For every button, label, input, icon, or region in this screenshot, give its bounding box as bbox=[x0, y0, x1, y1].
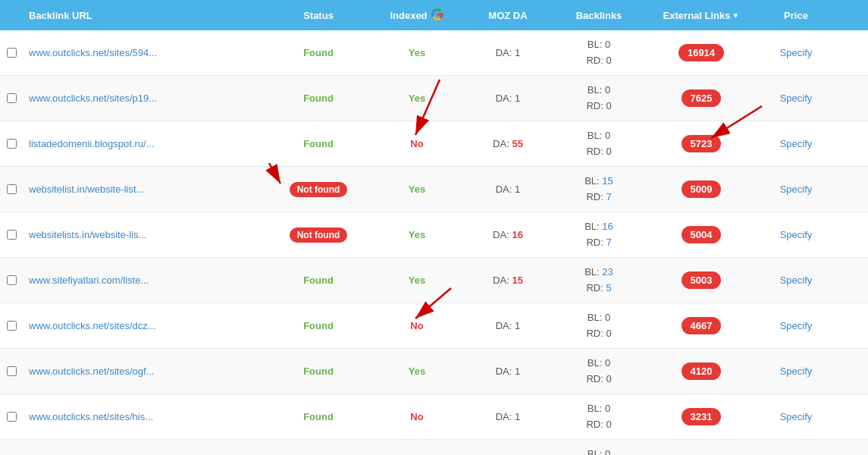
row-checkbox[interactable] bbox=[0, 139, 23, 149]
bl-rd-values: BL: 0RD: 0 bbox=[586, 356, 611, 388]
external-badge: 16914 bbox=[678, 44, 724, 61]
table-row: websitelists.in/website-lis...Not foundY… bbox=[0, 212, 868, 258]
row-indexed: No bbox=[371, 138, 462, 149]
row-moz-da: DA: 1 bbox=[462, 93, 553, 104]
rd-link[interactable]: 7 bbox=[606, 191, 611, 202]
row-status: Found bbox=[265, 47, 371, 58]
status-badge: Found bbox=[303, 366, 334, 377]
row-checkbox[interactable] bbox=[0, 48, 23, 58]
table-row: www.outclicks.net/sites/dcz...FoundNoDA:… bbox=[0, 303, 868, 349]
specify-link[interactable]: Specify bbox=[780, 47, 813, 58]
row-indexed: Yes bbox=[371, 93, 462, 104]
indexed-value: Yes bbox=[409, 366, 425, 377]
header-backlinks: Backlinks bbox=[553, 10, 644, 21]
rd-link[interactable]: 7 bbox=[606, 237, 611, 248]
row-external: 16914 bbox=[644, 44, 758, 61]
url-link[interactable]: listadedomenii.blogspot.ru/... bbox=[29, 138, 154, 149]
url-link[interactable]: www.outclicks.net/sites/ogf... bbox=[29, 366, 154, 377]
status-badge: Found bbox=[303, 320, 334, 331]
bl-link[interactable]: 15 bbox=[602, 175, 613, 187]
row-checkbox[interactable] bbox=[0, 412, 23, 422]
da-value: DA: 1 bbox=[496, 320, 521, 331]
row-external: 5723 bbox=[644, 135, 758, 152]
status-badge: Found bbox=[303, 411, 334, 422]
row-backlinks: BL: 0RD: 0 bbox=[553, 83, 644, 115]
table-row: listadedomenii.blogspot.ru/...FoundNoDA:… bbox=[0, 121, 868, 167]
row-checkbox[interactable] bbox=[0, 93, 23, 103]
row-status: Found bbox=[265, 275, 371, 286]
row-moz-da: DA: 1 bbox=[462, 320, 553, 331]
row-moz-da: DA: 1 bbox=[462, 184, 553, 195]
specify-link[interactable]: Specify bbox=[780, 411, 813, 422]
da-value: DA: 55 bbox=[493, 138, 523, 149]
bl-rd-values: BL: 0RD: 0 bbox=[586, 310, 611, 342]
row-url: websitelist.in/website-list... bbox=[23, 184, 265, 195]
specify-link[interactable]: Specify bbox=[780, 366, 813, 377]
row-price: Specify bbox=[758, 411, 834, 422]
row-url: www.outclicks.net/sites/p19... bbox=[23, 93, 265, 104]
url-link[interactable]: www.outclicks.net/sites/p19... bbox=[29, 93, 157, 104]
url-link[interactable]: www.outclicks.net/sites/his... bbox=[29, 411, 153, 422]
header-moz: MOZ DA bbox=[462, 10, 553, 21]
row-backlinks: BL: 0RD: 0 bbox=[553, 401, 644, 433]
url-link[interactable]: websitelists.in/website-lis... bbox=[29, 229, 146, 240]
specify-link[interactable]: Specify bbox=[780, 184, 813, 195]
row-backlinks: BL: 0RD: 0 bbox=[553, 356, 644, 388]
row-price: Specify bbox=[758, 275, 834, 286]
specify-link[interactable]: Specify bbox=[780, 320, 813, 331]
status-badge: Found bbox=[303, 275, 334, 286]
row-price: Specify bbox=[758, 366, 834, 377]
url-link[interactable]: www.outclicks.net/sites/dcz... bbox=[29, 320, 156, 331]
row-external: 3231 bbox=[644, 408, 758, 425]
header-external: External Links ▼ bbox=[644, 10, 758, 21]
da-value: DA: 1 bbox=[496, 184, 521, 195]
row-external: 4120 bbox=[644, 362, 758, 380]
row-checkbox[interactable] bbox=[0, 275, 23, 285]
bl-rd-values: BL: 0RD: 0 bbox=[586, 37, 611, 69]
row-moz-da: DA: 1 bbox=[462, 366, 553, 377]
table-row: BL: 0RD: 0 bbox=[0, 440, 868, 455]
specify-link[interactable]: Specify bbox=[780, 138, 813, 149]
bl-rd-values: BL: 0RD: 0 bbox=[586, 401, 611, 433]
header-url: Backlink URL bbox=[23, 10, 265, 21]
row-moz-da: DA: 16 bbox=[462, 229, 553, 240]
specify-link[interactable]: Specify bbox=[780, 229, 813, 240]
url-link[interactable]: www.sitefiyatlari.com/liste... bbox=[29, 275, 149, 286]
row-backlinks: BL: 0RD: 0 bbox=[553, 310, 644, 342]
external-badge: 4667 bbox=[682, 317, 722, 334]
row-price: Specify bbox=[758, 184, 834, 195]
row-indexed: Yes bbox=[371, 275, 462, 286]
bl-link[interactable]: 16 bbox=[602, 221, 613, 232]
row-backlinks: BL: 16RD: 7 bbox=[553, 219, 644, 251]
indexed-value: Yes bbox=[409, 229, 425, 240]
row-checkbox[interactable] bbox=[0, 230, 23, 240]
row-url: www.outclicks.net/sites/594... bbox=[23, 47, 265, 58]
row-external: 5004 bbox=[644, 226, 758, 243]
row-backlinks: BL: 0RD: 0 bbox=[553, 37, 644, 69]
url-link[interactable]: www.outclicks.net/sites/594... bbox=[29, 47, 157, 58]
rd-link[interactable]: 5 bbox=[606, 282, 611, 293]
bl-link[interactable]: 23 bbox=[602, 266, 613, 278]
table-header: Backlink URL Status Indexed MOZ DA Backl… bbox=[0, 0, 868, 30]
row-indexed: Yes bbox=[371, 229, 462, 240]
row-url: www.outclicks.net/sites/dcz... bbox=[23, 320, 265, 331]
row-checkbox[interactable] bbox=[0, 366, 23, 376]
row-status: Found bbox=[265, 411, 371, 422]
row-url: websitelists.in/website-lis... bbox=[23, 229, 265, 240]
row-indexed: Yes bbox=[371, 184, 462, 195]
row-moz-da: DA: 1 bbox=[462, 47, 553, 58]
indexed-value: No bbox=[410, 320, 423, 331]
row-moz-da: DA: 1 bbox=[462, 411, 553, 422]
row-checkbox[interactable] bbox=[0, 184, 23, 194]
row-external: 7625 bbox=[644, 89, 758, 107]
row-backlinks: BL: 15RD: 7 bbox=[553, 174, 644, 206]
row-checkbox[interactable] bbox=[0, 321, 23, 331]
url-link[interactable]: websitelist.in/website-list... bbox=[29, 184, 144, 195]
row-url: www.sitefiyatlari.com/liste... bbox=[23, 275, 265, 286]
bl-rd-values: BL: 16RD: 7 bbox=[584, 219, 613, 251]
bl-rd-values: BL: 0RD: 0 bbox=[586, 447, 611, 455]
specify-link[interactable]: Specify bbox=[780, 93, 813, 104]
specify-link[interactable]: Specify bbox=[780, 275, 813, 286]
row-indexed: Yes bbox=[371, 366, 462, 377]
indexed-value: Yes bbox=[409, 47, 425, 58]
